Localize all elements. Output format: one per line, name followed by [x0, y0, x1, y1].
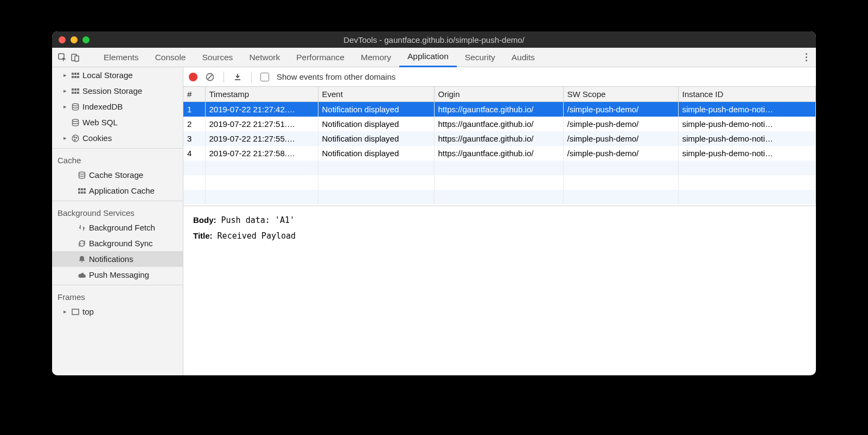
svg-rect-9: [72, 88, 74, 91]
svg-rect-6: [72, 76, 74, 78]
expand-arrow-icon[interactable]: ▸: [62, 308, 68, 315]
svg-point-15: [73, 104, 79, 106]
minimize-window-button[interactable]: [71, 36, 78, 43]
svg-rect-4: [74, 73, 76, 75]
sidebar-item-application-cache[interactable]: Application Cache: [52, 183, 183, 199]
cell-ts: 2019-07-22 21:27:58.…: [205, 146, 318, 161]
tab-elements[interactable]: Elements: [95, 48, 147, 67]
col-sw-scope[interactable]: SW Scope: [563, 87, 678, 102]
body-label: Body:: [193, 215, 216, 225]
sidebar-item-cache-storage[interactable]: Cache Storage: [52, 167, 183, 183]
col-event[interactable]: Event: [318, 87, 434, 102]
table-row-empty: [183, 161, 816, 175]
table-row[interactable]: 42019-07-22 21:27:58.…Notification displ…: [183, 146, 816, 161]
svg-rect-2: [75, 56, 79, 61]
cell-ts: 2019-07-22 21:27:51.…: [205, 117, 318, 131]
window-title: DevTools - gauntface.github.io/simple-pu…: [52, 35, 816, 44]
sidebar-item-cookies[interactable]: ▸Cookies: [52, 130, 183, 146]
bell-icon: [77, 254, 87, 264]
table-row[interactable]: 22019-07-22 21:27:51.…Notification displ…: [183, 117, 816, 131]
table-row-empty: [183, 190, 816, 204]
table-row[interactable]: 12019-07-22 21:27:42.…Notification displ…: [183, 102, 816, 117]
col-timestamp[interactable]: Timestamp: [205, 87, 318, 102]
tab-console[interactable]: Console: [147, 48, 194, 67]
cell-event: Notification displayed: [318, 117, 434, 131]
events-table-wrap: #TimestampEventOriginSW ScopeInstance ID…: [183, 87, 816, 206]
cell-num: 3: [183, 131, 205, 146]
db-icon: [71, 102, 80, 112]
clear-icon[interactable]: [205, 72, 215, 82]
svg-rect-5: [77, 73, 79, 75]
maximize-window-button[interactable]: [82, 36, 90, 43]
sidebar-item-notifications[interactable]: Notifications: [52, 251, 183, 267]
expand-arrow-icon[interactable]: ▸: [62, 72, 68, 79]
expand-arrow-icon[interactable]: ▸: [62, 87, 68, 94]
db-icon: [77, 170, 87, 180]
sidebar-item-label: top: [82, 307, 94, 316]
tab-performance[interactable]: Performance: [288, 48, 353, 67]
svg-point-21: [79, 172, 85, 174]
tab-memory[interactable]: Memory: [353, 48, 399, 67]
svg-point-18: [74, 137, 75, 138]
download-icon[interactable]: [233, 72, 242, 82]
col-origin[interactable]: Origin: [434, 87, 563, 102]
col--[interactable]: #: [183, 87, 205, 102]
device-toggle-icon[interactable]: [71, 53, 80, 62]
content-area: ▸Local Storage▸Session Storage▸IndexedDB…: [52, 67, 816, 375]
sidebar-item-web-sql[interactable]: Web SQL: [52, 114, 183, 130]
svg-rect-10: [74, 88, 76, 91]
expand-arrow-icon[interactable]: ▸: [62, 135, 68, 142]
expand-arrow-icon[interactable]: ▸: [62, 103, 68, 110]
sidebar-item-background-sync[interactable]: Background Sync: [52, 235, 183, 251]
cell-scope: /simple-push-demo/: [563, 146, 678, 161]
sidebar-item-indexeddb[interactable]: ▸IndexedDB: [52, 99, 183, 114]
sidebar-item-label: IndexedDB: [82, 102, 123, 111]
more-menu-button[interactable]: [801, 53, 812, 61]
cell-id: simple-push-demo-noti…: [678, 102, 816, 117]
record-button[interactable]: [189, 73, 197, 81]
sidebar-item-label: Cache Storage: [89, 170, 143, 180]
sidebar-item-label: Background Fetch: [89, 223, 155, 232]
svg-point-19: [76, 137, 77, 138]
sidebar-item-top[interactable]: ▸top: [52, 304, 183, 319]
db-icon: [71, 118, 80, 127]
svg-rect-26: [81, 191, 83, 194]
sidebar-item-push-messaging[interactable]: Push Messaging: [52, 267, 183, 283]
cell-scope: /simple-push-demo/: [563, 131, 678, 146]
tab-network[interactable]: Network: [241, 48, 288, 67]
table-row[interactable]: 32019-07-22 21:27:55.…Notification displ…: [183, 131, 816, 146]
events-table: #TimestampEventOriginSW ScopeInstance ID…: [183, 87, 816, 204]
show-other-domains-checkbox[interactable]: [260, 73, 269, 81]
svg-rect-12: [72, 92, 74, 94]
sidebar-item-local-storage[interactable]: ▸Local Storage: [52, 67, 183, 83]
cell-id: simple-push-demo-noti…: [678, 117, 816, 131]
svg-point-20: [74, 139, 75, 140]
frame-icon: [71, 307, 80, 317]
devtools-tabbar: ElementsConsoleSourcesNetworkPerformance…: [52, 48, 816, 67]
svg-rect-25: [78, 191, 80, 194]
inspect-icon[interactable]: [58, 53, 67, 62]
col-instance-id[interactable]: Instance ID: [678, 87, 816, 102]
tab-application[interactable]: Application: [399, 48, 457, 67]
grid-icon: [71, 71, 80, 80]
cell-origin: https://gauntface.github.io/: [434, 117, 563, 131]
cell-event: Notification displayed: [318, 131, 434, 146]
tab-security[interactable]: Security: [457, 48, 503, 67]
tab-audits[interactable]: Audits: [503, 48, 543, 67]
bg-section-title: Background Services: [52, 203, 183, 220]
svg-rect-11: [77, 88, 79, 91]
devtools-window: DevTools - gauntface.github.io/simple-pu…: [52, 31, 816, 375]
svg-rect-22: [78, 188, 80, 190]
table-row-empty: [183, 175, 816, 190]
svg-rect-7: [74, 76, 76, 78]
body-value: Push data: 'A1': [221, 215, 295, 225]
cell-id: simple-push-demo-noti…: [678, 146, 816, 161]
show-other-domains-label: Show events from other domains: [277, 72, 395, 81]
window-controls: [59, 36, 90, 43]
sidebar-item-session-storage[interactable]: ▸Session Storage: [52, 83, 183, 99]
close-window-button[interactable]: [59, 36, 66, 43]
sidebar-item-background-fetch[interactable]: Background Fetch: [52, 220, 183, 235]
sidebar-item-label: Local Storage: [82, 71, 133, 80]
tab-sources[interactable]: Sources: [194, 48, 241, 67]
title-label: Title:: [193, 231, 213, 240]
